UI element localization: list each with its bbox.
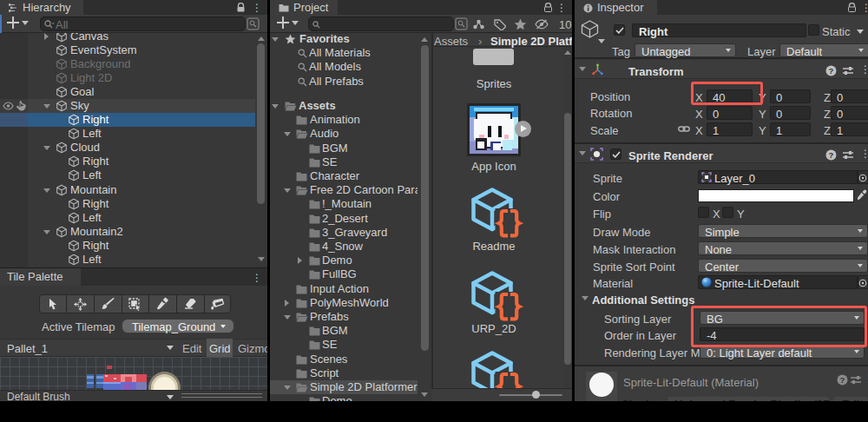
svg-text:?: ? [840, 375, 845, 385]
svg-text:?: ? [829, 66, 834, 76]
svg-text:?: ? [829, 150, 834, 160]
